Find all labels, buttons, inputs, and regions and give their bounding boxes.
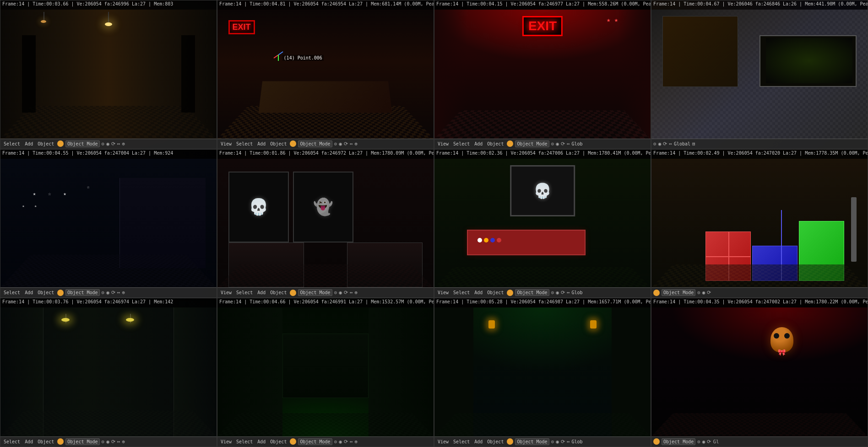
vp1-add-btn[interactable]: Add xyxy=(23,141,34,147)
vp9-add-btn[interactable]: Add xyxy=(23,439,34,445)
vp7-add-btn[interactable]: Add xyxy=(473,290,484,296)
vp5-add-btn[interactable]: Add xyxy=(23,290,34,296)
vp7-object-btn[interactable]: Object xyxy=(486,290,505,296)
vp2-icon5: ⊕ xyxy=(355,141,358,147)
vp10-object-btn[interactable]: Object xyxy=(269,439,288,445)
vp4-icon2: ◉ xyxy=(658,141,662,147)
vp3-mode-dropdown[interactable]: Object Mode xyxy=(515,140,549,147)
vp5-icon4: ↔ xyxy=(117,290,120,296)
vp10-mode-dropdown[interactable]: Object Mode xyxy=(298,438,332,445)
vp10-header: Frame:14 | Time:00:04.66 | Ve:206054 fa:… xyxy=(217,298,434,307)
viewport-10: Frame:14 | Time:00:04.66 | Ve:206054 fa:… xyxy=(217,298,434,447)
vp3-icon4: ↔ xyxy=(567,141,570,147)
vp3-footer: View Select Add Object Object Mode ⊙ ◉ ⟳… xyxy=(434,139,651,149)
vp12-header: Frame:14 | Time:00:04.35 | Ve:206054 fa:… xyxy=(651,298,868,307)
viewport-7: Frame:14 | Time:00:02.36 | Ve:206054 fa:… xyxy=(434,149,651,298)
vp3-select-btn[interactable]: Select xyxy=(452,141,471,147)
vp11-footer: View Select Add Object Object Mode ⊙ ◉ ⟳… xyxy=(434,436,651,447)
vp6-select-btn[interactable]: Select xyxy=(235,290,254,296)
vp10-view-btn[interactable]: View xyxy=(219,439,233,445)
vp8-header: Frame:14 | Time:00:02.49 | Ve:206054 fa:… xyxy=(651,150,868,159)
vp11-icon4: ↔ xyxy=(567,439,570,445)
vp11-scene xyxy=(434,307,651,436)
vp6-mode-dropdown[interactable]: Object Mode xyxy=(298,289,332,296)
vp2-mode-icon xyxy=(290,140,296,147)
vp2-view-btn[interactable]: View xyxy=(219,141,233,147)
vp9-icon2: ◉ xyxy=(106,439,109,445)
vp7-icon4: ↔ xyxy=(567,290,570,296)
vp10-add-btn[interactable]: Add xyxy=(256,439,267,445)
vp10-select-btn[interactable]: Select xyxy=(235,439,254,445)
viewport-4: Frame:14 | Time:00:04.67 | Ve:206046 fa:… xyxy=(651,0,868,149)
vp5-mode-dropdown[interactable]: Object Mode xyxy=(65,289,99,296)
vp7-header: Frame:14 | Time:00:02.36 | Ve:206054 fa:… xyxy=(434,150,651,159)
vp12-footer: Object Mode ⊙ ◉ ⟳ Gl xyxy=(651,436,868,447)
vp7-mode-dropdown[interactable]: Object Mode xyxy=(515,289,549,296)
vp11-object-btn[interactable]: Object xyxy=(486,439,505,445)
vp1-icon5: ⊕ xyxy=(122,141,125,147)
vp7-select-btn[interactable]: Select xyxy=(452,290,471,296)
vp3-icon3: ⟳ xyxy=(561,141,565,147)
vp9-icon5: ⊕ xyxy=(122,439,125,445)
vp2-add-btn[interactable]: Add xyxy=(256,141,267,147)
vp5-icon3: ⟳ xyxy=(111,290,115,296)
vp2-object-btn[interactable]: Object xyxy=(269,141,288,147)
vp4-icon4: ↔ xyxy=(669,141,672,147)
vp9-mode-dropdown[interactable]: Object Mode xyxy=(65,438,99,445)
vp9-object-btn[interactable]: Object xyxy=(36,439,55,445)
vp2-icon3: ⟳ xyxy=(344,141,348,147)
vp3-mode-icon xyxy=(507,140,513,147)
vp5-select-btn[interactable]: Select xyxy=(2,290,22,296)
vp7-footer: View Select Add Object Object Mode ⊙ ◉ ⟳… xyxy=(434,287,651,297)
viewport-11: Frame:14 | Time:00:05.28 | Ve:206054 fa:… xyxy=(434,298,651,447)
vp11-mode-dropdown[interactable]: Object Mode xyxy=(515,438,549,445)
vp2-mode-dropdown[interactable]: Object Mode xyxy=(298,140,332,147)
vp5-icon2: ◉ xyxy=(106,290,109,296)
vp4-header: Frame:14 | Time:00:04.67 | Ve:206046 fa:… xyxy=(651,0,868,10)
vp2-axis xyxy=(271,48,285,62)
vp8-icon2: ◉ xyxy=(702,290,705,296)
vp12-icon1: ⊙ xyxy=(697,439,700,445)
vp3-add-btn[interactable]: Add xyxy=(473,141,484,147)
vp1-object-btn[interactable]: Object xyxy=(36,141,55,147)
vp2-select-btn[interactable]: Select xyxy=(235,141,254,147)
vp8-footer: Object Mode ⊙ ◉ ⟳ xyxy=(651,287,868,297)
vp8-scene xyxy=(651,159,868,288)
vp8-mode-dropdown[interactable]: Object Mode xyxy=(662,289,695,296)
vp7-view-btn[interactable]: View xyxy=(436,290,450,296)
viewport-1: Frame:14 | Time:00:03.66 | Ve:206054 fa:… xyxy=(0,0,217,149)
vp6-icon2: ◉ xyxy=(339,290,342,296)
vp1-mode-icon xyxy=(57,140,64,147)
vp5-scene: ★ ☆ ★ ★ ★ ☆ xyxy=(0,159,217,288)
vp11-add-btn[interactable]: Add xyxy=(473,439,484,445)
vp3-scene: EXIT ★ ★ xyxy=(434,10,651,139)
svg-line-0 xyxy=(278,52,283,55)
vp2-icon1: ⊙ xyxy=(334,141,337,147)
vp5-object-btn[interactable]: Object xyxy=(36,290,55,296)
vp11-icon2: ◉ xyxy=(556,439,559,445)
vp11-icon1: ⊙ xyxy=(551,439,554,445)
vp1-icon4: ↔ xyxy=(117,141,120,147)
vp6-add-btn[interactable]: Add xyxy=(256,290,267,296)
vp3-view-btn[interactable]: View xyxy=(436,141,450,147)
vp4-icon1: ⊙ xyxy=(653,141,656,147)
vp6-view-btn[interactable]: View xyxy=(219,290,233,296)
vp1-mode-dropdown[interactable]: Object Mode xyxy=(65,140,99,147)
vp9-scene xyxy=(0,307,217,436)
vp10-icon3: ⟳ xyxy=(344,439,348,445)
vp2-scene: EXIT (14) Point.006 xyxy=(217,10,434,139)
vp3-object-btn[interactable]: Object xyxy=(486,141,505,147)
vp3-header: Frame:14 | Time:00:04.15 | Ve:206054 fa:… xyxy=(434,0,651,10)
vp9-select-btn[interactable]: Select xyxy=(2,439,22,445)
vp12-mode-dropdown[interactable]: Object Mode xyxy=(662,438,695,445)
vp1-select-btn[interactable]: Select xyxy=(2,141,22,147)
vp7-mode-icon xyxy=(507,290,513,296)
vp6-footer: View Select Add Object Object Mode ⊙ ◉ ⟳… xyxy=(217,287,434,297)
vp11-select-btn[interactable]: Select xyxy=(452,439,471,445)
vp6-object-btn[interactable]: Object xyxy=(269,290,288,296)
vp7-global: Glob xyxy=(572,290,583,295)
vp11-icon3: ⟳ xyxy=(561,439,565,445)
vp1-icon3: ⟳ xyxy=(111,141,115,147)
vp6-icon5: ⊕ xyxy=(355,290,358,296)
vp11-view-btn[interactable]: View xyxy=(436,439,450,445)
